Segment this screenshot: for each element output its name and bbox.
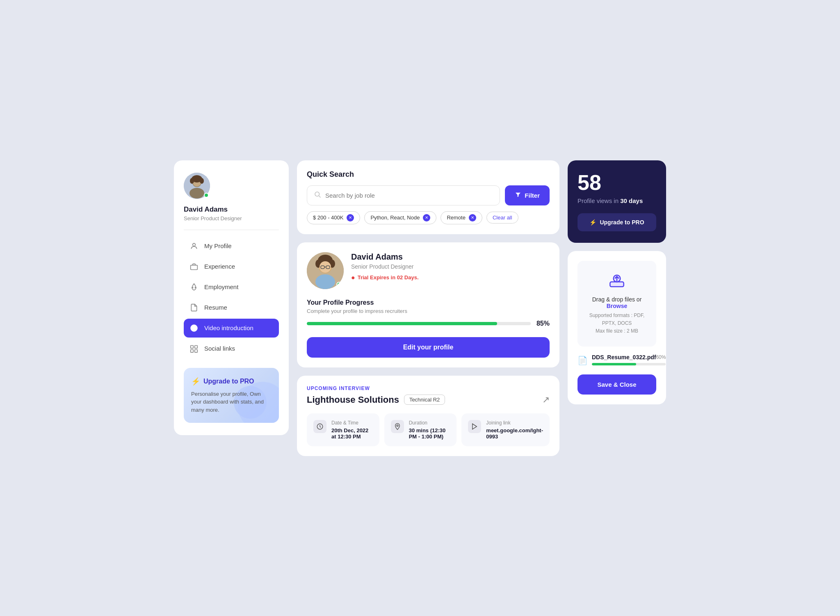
tag-salary[interactable]: $ 200 - 400K ✕ bbox=[307, 211, 360, 224]
tag-remote[interactable]: Remote ✕ bbox=[441, 211, 482, 224]
external-link-icon[interactable]: ↗ bbox=[542, 395, 550, 405]
svg-point-27 bbox=[315, 274, 335, 289]
edit-profile-button[interactable]: Edit your profile bbox=[307, 337, 550, 358]
nav-label-resume: Resume bbox=[204, 304, 227, 311]
quick-search-row: Filter bbox=[307, 185, 550, 205]
clear-all-button[interactable]: Clear all bbox=[486, 212, 518, 224]
right-column: 58 Profile views in 30 days ⚡ Upgrade to… bbox=[568, 160, 666, 405]
lightning-stats-icon: ⚡ bbox=[589, 219, 596, 226]
stats-number: 58 bbox=[578, 172, 656, 193]
interview-detail-datetime: Date & Time 20th Dec, 2022 at 12:30 PM bbox=[307, 413, 379, 446]
sidebar-item-video-intro[interactable]: Video introduction bbox=[184, 319, 279, 338]
detail-label-joinlink: Joining link bbox=[486, 420, 543, 426]
filter-icon bbox=[515, 192, 521, 199]
tag-salary-remove[interactable]: ✕ bbox=[347, 214, 354, 221]
search-input[interactable] bbox=[325, 192, 493, 199]
interview-header: Lighthouse Solutions Technical R2 ↗ bbox=[307, 395, 550, 405]
svg-line-16 bbox=[319, 196, 321, 197]
video-link-icon bbox=[468, 420, 481, 433]
upload-icon bbox=[586, 272, 648, 292]
sidebar-upgrade-title[interactable]: ⚡ Upgrade to PRO bbox=[191, 377, 272, 386]
interview-details: Date & Time 20th Dec, 2022 at 12:30 PM D… bbox=[307, 413, 550, 446]
filter-button[interactable]: Filter bbox=[505, 185, 550, 205]
trial-badge: ● Trial Expires in 02 Days. bbox=[351, 274, 419, 281]
svg-point-29 bbox=[397, 424, 398, 426]
drop-formats: Supported formats : PDF, PPTX, DOCS Max … bbox=[586, 312, 648, 335]
link-icon bbox=[189, 344, 199, 353]
lightning-icon: ⚡ bbox=[191, 377, 200, 386]
file-percent: 60% bbox=[656, 354, 666, 360]
progress-section: Your Profile Progress Complete your prof… bbox=[307, 299, 550, 327]
file-row: 📄 DDS_Resume_0322.pdf 60% bbox=[578, 354, 656, 367]
sidebar-item-social-links[interactable]: Social links bbox=[184, 339, 279, 358]
profile-avatar-dot bbox=[336, 282, 342, 287]
flame-icon bbox=[189, 283, 199, 292]
quick-search-title: Quick Search bbox=[307, 170, 550, 179]
progress-bar-fill bbox=[307, 322, 497, 325]
sidebar-item-my-profile[interactable]: My Profile bbox=[184, 237, 279, 256]
save-close-button[interactable]: Save & Close bbox=[578, 374, 656, 395]
drop-zone[interactable]: Drag & drop files or Browse Supported fo… bbox=[578, 261, 656, 347]
file-progress-fill bbox=[592, 363, 636, 365]
browse-link[interactable]: Browse bbox=[607, 303, 628, 309]
interview-company: Lighthouse Solutions bbox=[307, 395, 399, 405]
detail-value-datetime: 20th Dec, 2022 at 12:30 PM bbox=[331, 427, 373, 440]
detail-value-duration: 30 mins (12:30 PM - 1:00 PM) bbox=[409, 427, 450, 440]
clock-icon bbox=[313, 420, 326, 433]
nav-label-video-intro: Video introduction bbox=[204, 324, 253, 331]
svg-marker-30 bbox=[472, 424, 477, 429]
svg-point-2 bbox=[189, 188, 204, 198]
middle-column: Quick Search Filter bbox=[297, 160, 559, 456]
detail-label-duration: Duration bbox=[409, 420, 450, 426]
progress-percent: 85% bbox=[536, 320, 550, 327]
upcoming-label: UPCOMING INTERVIEW bbox=[307, 386, 550, 391]
tag-skills-remove[interactable]: ✕ bbox=[423, 214, 430, 221]
tag-remote-remove[interactable]: ✕ bbox=[469, 214, 476, 221]
svg-rect-31 bbox=[610, 282, 623, 287]
profile-top: David Adams Senior Product Designer ● Tr… bbox=[307, 252, 550, 289]
location-icon bbox=[391, 420, 404, 433]
play-icon bbox=[189, 324, 199, 333]
filter-tags: $ 200 - 400K ✕ Python, React, Node ✕ Rem… bbox=[307, 211, 550, 224]
interview-title-row: Lighthouse Solutions Technical R2 bbox=[307, 395, 445, 405]
sidebar-user-name: David Adams bbox=[184, 205, 228, 214]
nav-label-my-profile: My Profile bbox=[204, 242, 232, 249]
progress-sublabel: Complete your profile to impress recruit… bbox=[307, 308, 550, 314]
avatar-online-dot bbox=[204, 193, 209, 198]
svg-rect-13 bbox=[191, 349, 194, 352]
search-input-wrap[interactable] bbox=[307, 185, 500, 205]
profile-name: David Adams bbox=[351, 252, 550, 262]
progress-label: Your Profile Progress bbox=[307, 299, 550, 306]
sidebar-profile: David Adams Senior Product Designer bbox=[184, 173, 279, 230]
stats-card: 58 Profile views in 30 days ⚡ Upgrade to… bbox=[568, 160, 666, 243]
sidebar-item-experience[interactable]: Experience bbox=[184, 257, 279, 276]
sidebar-upgrade-card: ⚡ Upgrade to PRO Personalise your profil… bbox=[184, 368, 279, 423]
profile-avatar bbox=[307, 252, 344, 289]
interview-badge: Technical R2 bbox=[404, 395, 445, 405]
file-name: DDS_Resume_0322.pdf bbox=[592, 354, 656, 360]
drop-text: Drag & drop files or Browse bbox=[586, 296, 648, 309]
svg-point-5 bbox=[190, 178, 194, 184]
svg-rect-12 bbox=[195, 345, 198, 348]
stats-upgrade-button[interactable]: ⚡ Upgrade to PRO bbox=[578, 213, 656, 231]
document-icon bbox=[189, 303, 199, 312]
avatar-wrap bbox=[184, 173, 210, 199]
detail-value-joinlink: meet.google.com/lght-0993 bbox=[486, 427, 543, 440]
sidebar-item-employment[interactable]: Employment bbox=[184, 278, 279, 297]
stats-desc: Profile views in 30 days bbox=[578, 196, 656, 205]
interview-card: UPCOMING INTERVIEW Lighthouse Solutions … bbox=[297, 376, 559, 456]
briefcase-icon bbox=[189, 262, 199, 271]
interview-detail-duration: Duration 30 mins (12:30 PM - 1:00 PM) bbox=[384, 413, 457, 446]
svg-rect-14 bbox=[195, 349, 198, 352]
nav-label-employment: Employment bbox=[204, 283, 238, 290]
progress-row: 85% bbox=[307, 320, 550, 327]
upload-card: Drag & drop files or Browse Supported fo… bbox=[568, 251, 666, 405]
search-icon bbox=[314, 191, 321, 200]
tag-skills[interactable]: Python, React, Node ✕ bbox=[364, 211, 436, 224]
trial-dot-icon: ● bbox=[351, 274, 355, 281]
main-layout: David Adams Senior Product Designer My P… bbox=[174, 160, 666, 456]
sidebar-user-role: Senior Product Designer bbox=[184, 215, 242, 221]
detail-label-datetime: Date & Time bbox=[331, 420, 373, 426]
sidebar-item-resume[interactable]: Resume bbox=[184, 298, 279, 317]
profile-card: David Adams Senior Product Designer ● Tr… bbox=[297, 242, 559, 367]
